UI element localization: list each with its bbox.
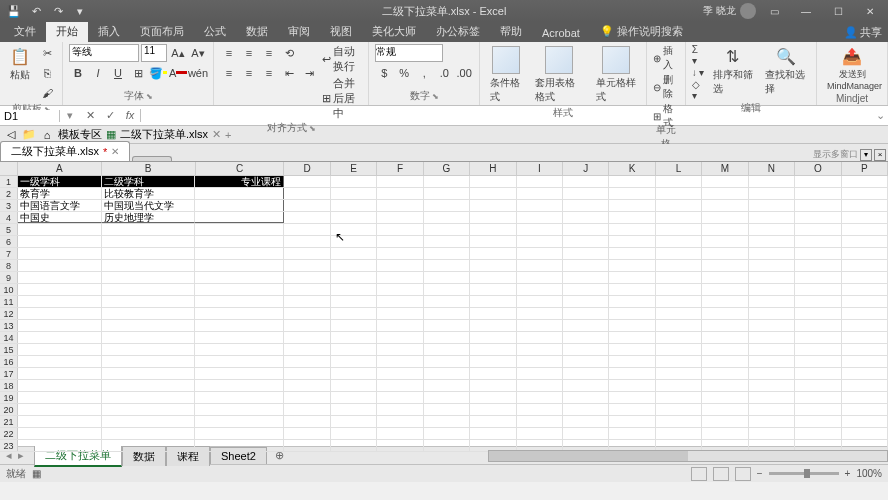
cell[interactable] bbox=[749, 284, 795, 295]
cell[interactable] bbox=[749, 344, 795, 355]
cell[interactable] bbox=[609, 428, 655, 439]
cell[interactable] bbox=[102, 272, 196, 283]
merge-button[interactable]: ⊞ 合并后居中 bbox=[322, 76, 362, 121]
cell[interactable] bbox=[195, 344, 284, 355]
cell[interactable] bbox=[377, 332, 423, 343]
col-header-e[interactable]: E bbox=[331, 162, 377, 175]
cell[interactable] bbox=[656, 224, 702, 235]
cell[interactable] bbox=[195, 404, 284, 415]
cell[interactable] bbox=[609, 272, 655, 283]
cell[interactable] bbox=[517, 248, 563, 259]
col-header-b[interactable]: B bbox=[102, 162, 196, 175]
cell[interactable] bbox=[195, 200, 284, 211]
cell[interactable] bbox=[424, 176, 470, 187]
cell[interactable] bbox=[284, 248, 330, 259]
cell[interactable] bbox=[842, 308, 888, 319]
row-header[interactable]: 7 bbox=[0, 248, 18, 259]
maximize-icon[interactable]: ☐ bbox=[824, 2, 852, 20]
select-all-button[interactable] bbox=[0, 162, 18, 175]
cell[interactable] bbox=[470, 284, 516, 295]
cell[interactable] bbox=[795, 380, 841, 391]
cell[interactable] bbox=[842, 212, 888, 223]
cancel-formula-icon[interactable]: ✕ bbox=[80, 109, 100, 122]
minimize-icon[interactable]: — bbox=[792, 2, 820, 20]
cell[interactable] bbox=[195, 416, 284, 427]
cell[interactable] bbox=[377, 356, 423, 367]
row-header[interactable]: 13 bbox=[0, 320, 18, 331]
cell[interactable] bbox=[102, 308, 196, 319]
cell[interactable] bbox=[284, 296, 330, 307]
cell[interactable] bbox=[749, 236, 795, 247]
wrap-text-button[interactable]: ↩ 自动换行 bbox=[322, 44, 362, 74]
cell[interactable] bbox=[795, 308, 841, 319]
cell[interactable] bbox=[195, 248, 284, 259]
font-name-select[interactable]: 等线 bbox=[69, 44, 139, 62]
cell[interactable] bbox=[102, 260, 196, 271]
expand-fbar-icon[interactable]: ⌄ bbox=[872, 109, 888, 122]
cell[interactable] bbox=[656, 272, 702, 283]
ribbon-options-icon[interactable]: ▭ bbox=[760, 2, 788, 20]
tab-acrobat[interactable]: Acrobat bbox=[532, 24, 590, 42]
row-header[interactable]: 9 bbox=[0, 272, 18, 283]
workbook-tab-close-icon[interactable]: ✕ bbox=[111, 146, 119, 157]
cell[interactable] bbox=[18, 308, 102, 319]
cell[interactable] bbox=[842, 320, 888, 331]
cell[interactable] bbox=[842, 344, 888, 355]
row-header[interactable]: 11 bbox=[0, 296, 18, 307]
cell[interactable] bbox=[470, 404, 516, 415]
cell[interactable] bbox=[749, 200, 795, 211]
zoom-out-icon[interactable]: − bbox=[757, 468, 763, 479]
tab-data[interactable]: 数据 bbox=[236, 21, 278, 42]
wb-dropdown-icon[interactable]: ▾ bbox=[860, 149, 872, 161]
cell[interactable] bbox=[18, 440, 102, 451]
cell[interactable]: 教育学 bbox=[18, 188, 102, 199]
cell[interactable] bbox=[284, 272, 330, 283]
cell[interactable] bbox=[470, 392, 516, 403]
cell[interactable] bbox=[517, 200, 563, 211]
cell[interactable] bbox=[424, 188, 470, 199]
cell[interactable] bbox=[563, 344, 609, 355]
namebox-dropdown-icon[interactable]: ▾ bbox=[60, 109, 80, 122]
cell[interactable] bbox=[749, 296, 795, 307]
cell[interactable] bbox=[331, 404, 377, 415]
cell[interactable] bbox=[284, 176, 330, 187]
cell[interactable] bbox=[656, 212, 702, 223]
cell[interactable] bbox=[656, 176, 702, 187]
cell[interactable] bbox=[656, 200, 702, 211]
cell[interactable] bbox=[656, 284, 702, 295]
copy-icon[interactable]: ⎘ bbox=[38, 64, 56, 82]
cell[interactable] bbox=[795, 332, 841, 343]
row-header[interactable]: 15 bbox=[0, 344, 18, 355]
cell[interactable] bbox=[377, 188, 423, 199]
cell[interactable]: 中国史 bbox=[18, 212, 102, 223]
qat-more-icon[interactable]: ▾ bbox=[70, 2, 90, 20]
cell[interactable] bbox=[377, 248, 423, 259]
view-break-icon[interactable] bbox=[735, 467, 751, 481]
shrink-font-icon[interactable]: A▾ bbox=[189, 44, 207, 62]
cell[interactable] bbox=[563, 428, 609, 439]
cell[interactable] bbox=[102, 356, 196, 367]
cell[interactable] bbox=[18, 284, 102, 295]
cell[interactable] bbox=[18, 380, 102, 391]
cell[interactable] bbox=[517, 260, 563, 271]
col-header-h[interactable]: H bbox=[470, 162, 516, 175]
cell[interactable]: 历史地理学 bbox=[102, 212, 196, 223]
cell[interactable] bbox=[331, 356, 377, 367]
cell[interactable] bbox=[656, 332, 702, 343]
cell[interactable] bbox=[609, 260, 655, 271]
cell[interactable] bbox=[331, 296, 377, 307]
cell[interactable] bbox=[702, 380, 748, 391]
col-header-c[interactable]: C bbox=[196, 162, 285, 175]
cell[interactable] bbox=[795, 200, 841, 211]
align-top-icon[interactable]: ≡ bbox=[220, 44, 238, 62]
cell[interactable] bbox=[331, 212, 377, 223]
col-header-o[interactable]: O bbox=[795, 162, 841, 175]
cell[interactable] bbox=[795, 392, 841, 403]
cell[interactable] bbox=[517, 428, 563, 439]
cell[interactable] bbox=[517, 272, 563, 283]
cell[interactable] bbox=[470, 356, 516, 367]
cell[interactable]: 专业课程 bbox=[195, 176, 284, 187]
cell[interactable] bbox=[702, 368, 748, 379]
cell[interactable] bbox=[656, 188, 702, 199]
col-header-m[interactable]: M bbox=[702, 162, 748, 175]
